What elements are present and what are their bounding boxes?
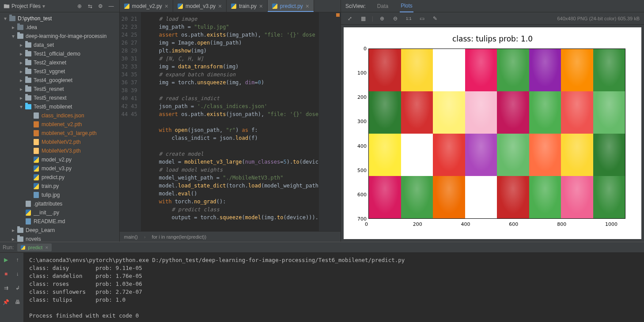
tree-item[interactable]: ▾deep-learning-for-image-processin: [0, 32, 119, 41]
plot-canvas[interactable]: class: tulips prob: 1.0 0100200300400500…: [344, 27, 641, 239]
tree-item[interactable]: mobilenet_v2.pth: [0, 120, 119, 129]
chevron-icon[interactable]: ▸: [19, 86, 24, 92]
close-icon[interactable]: ×: [306, 3, 309, 10]
tree-item[interactable]: ▸Test2_alexnet: [0, 58, 119, 67]
tree-item[interactable]: train.py: [0, 182, 119, 191]
tree-item[interactable]: mobilenet_v3_large.pth: [0, 129, 119, 138]
tree-item[interactable]: MobileNetV2.pth: [0, 138, 119, 146]
close-icon[interactable]: ×: [165, 3, 168, 10]
tree-item[interactable]: class_indices.json: [0, 111, 119, 120]
up-icon[interactable]: ↑: [13, 255, 22, 264]
chevron-icon[interactable]: ▸: [11, 228, 16, 233]
sciview-panel: SciView: Data Plots ⤢ ▦ | ⊕ ⊖ 1:1 ▭ ✎ 64…: [341, 0, 644, 242]
editor-tab[interactable]: predict.py×: [268, 0, 314, 12]
tree-item[interactable]: ▸Test4_googlenet: [0, 76, 119, 85]
chevron-icon[interactable]: ▸: [19, 95, 24, 101]
locate-icon[interactable]: ⊕: [75, 2, 84, 11]
zoom-out-icon[interactable]: ⊖: [391, 14, 400, 23]
tree-label: .idea: [26, 24, 37, 30]
plot-title: class: tulips prob: 1.0: [344, 34, 641, 43]
tree-item[interactable]: ▸.idea: [0, 23, 119, 32]
sidebar-title[interactable]: Project Files: [11, 3, 41, 9]
breadcrumb-item[interactable]: main(): [124, 234, 138, 240]
tree-item[interactable]: MobileNetV3.pth: [0, 146, 119, 155]
minimap[interactable]: [318, 12, 341, 231]
chevron-icon[interactable]: ▸: [19, 42, 24, 48]
tree-item[interactable]: ▸data_set: [0, 41, 119, 49]
folder-icon: [25, 77, 32, 84]
chevron-icon[interactable]: ▸: [19, 78, 24, 83]
tree-item[interactable]: ▾D:\python_test: [0, 14, 119, 23]
close-icon[interactable]: ×: [45, 245, 48, 250]
folder-icon: [17, 24, 24, 31]
close-icon[interactable]: ×: [218, 3, 222, 10]
tree-item[interactable]: README.md: [0, 217, 119, 226]
tree-item[interactable]: ▸novels: [0, 235, 119, 242]
down-icon[interactable]: ↓: [13, 270, 22, 278]
python-icon: [21, 245, 25, 250]
editor-breadcrumb: main() › for i in range(len(predict)): [120, 231, 341, 242]
tree-item[interactable]: predict.py: [0, 173, 119, 182]
tree-item[interactable]: ▾Test6_mobilenet: [0, 102, 119, 111]
picker-icon[interactable]: ✎: [431, 14, 439, 23]
file-icon: [33, 130, 40, 137]
chevron-icon[interactable]: ▾: [11, 34, 16, 39]
tree-label: MobileNetV2.pth: [42, 139, 81, 145]
tab-plots[interactable]: Plots: [400, 0, 413, 12]
run-icon[interactable]: ▶: [2, 255, 11, 264]
chevron-icon[interactable]: ▸: [19, 51, 24, 56]
tree-item[interactable]: model_v3.py: [0, 164, 119, 173]
plot-image: [368, 49, 625, 219]
chevron-icon[interactable]: ▸: [19, 60, 24, 65]
minimize-icon[interactable]: —: [107, 2, 116, 11]
project-tree[interactable]: ▾D:\python_test▸.idea▾deep-learning-for-…: [0, 12, 119, 242]
tree-label: Test1_official_demo: [34, 51, 80, 57]
stop-icon[interactable]: ■: [2, 270, 11, 278]
chevron-down-icon[interactable]: ▾: [42, 3, 45, 9]
tree-item[interactable]: ▸Deep_Learn: [0, 226, 119, 235]
tree-item[interactable]: .gitattributes: [0, 199, 119, 208]
chevron-icon[interactable]: ▸: [11, 236, 16, 242]
tree-item[interactable]: model_v2.py: [0, 155, 119, 164]
collapse-icon[interactable]: ⇆: [86, 2, 95, 11]
chevron-icon[interactable]: ▾: [19, 104, 24, 109]
tree-item[interactable]: ▸Test3_vggnet: [0, 67, 119, 76]
file-icon: [33, 112, 40, 119]
tree-item[interactable]: tulip.jpg: [0, 191, 119, 199]
tree-item[interactable]: ▸Test1_official_demo: [0, 49, 119, 58]
grid-icon[interactable]: ▦: [359, 14, 367, 23]
editor-tab[interactable]: train.py×: [227, 0, 268, 12]
pin-icon[interactable]: 📌: [2, 298, 11, 307]
y-tick-label: 200: [353, 94, 367, 100]
folder-icon: [25, 86, 32, 93]
print-icon[interactable]: 🖶: [13, 298, 22, 307]
editor-tab[interactable]: model_v2.py×: [120, 0, 173, 12]
tree-item[interactable]: __init__.py: [0, 208, 119, 217]
gear-icon[interactable]: ⚙: [96, 2, 105, 11]
run-console[interactable]: C:\anaconda3\envs\pytorch\python.exe D:/…: [24, 253, 644, 322]
fit-icon[interactable]: ⤢: [345, 14, 354, 23]
editor-tab[interactable]: model_v3.py×: [173, 0, 227, 12]
close-icon[interactable]: ×: [259, 3, 263, 10]
breadcrumb-item[interactable]: for i in range(len(predict)): [152, 234, 207, 240]
breadcrumb-separator: ›: [144, 234, 146, 240]
zoom-in-icon[interactable]: ⊕: [378, 14, 386, 23]
tree-item[interactable]: ▸Test5_resnet: [0, 85, 119, 94]
python-icon: [231, 4, 236, 9]
tree-label: Test2_alexnet: [34, 60, 66, 66]
tree-item[interactable]: ▸Test5_resnext: [0, 94, 119, 102]
tree-label: Test3_vggnet: [34, 68, 65, 75]
chevron-icon[interactable]: ▾: [3, 16, 8, 21]
code-editor[interactable]: # load image img_path = "tulip.jpg" asse…: [141, 12, 318, 231]
actual-size-icon[interactable]: 1:1: [404, 14, 413, 23]
wrap-icon[interactable]: ↲: [13, 284, 22, 292]
chevron-icon[interactable]: ▸: [11, 25, 16, 30]
tab-label: train.py: [239, 3, 256, 9]
tab-data[interactable]: Data: [376, 0, 389, 12]
chevron-icon[interactable]: ▸: [19, 69, 24, 74]
layout-icon[interactable]: ⇉: [2, 284, 11, 292]
tree-label: deep-learning-for-image-processin: [26, 33, 106, 39]
frame-icon[interactable]: ▭: [417, 14, 426, 23]
run-tab[interactable]: predict ×: [17, 243, 51, 251]
folder-icon: [17, 227, 24, 234]
